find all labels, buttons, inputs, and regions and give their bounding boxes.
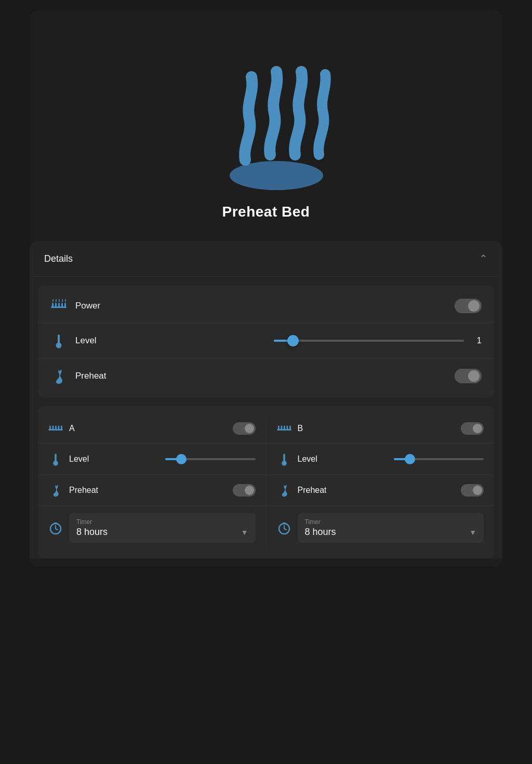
zone-b-slider[interactable] <box>394 458 484 460</box>
main-control-card: Power Level <box>38 285 494 397</box>
svg-rect-2 <box>52 303 54 308</box>
zone-b-timer-row: Timer 8 hours ▼ <box>267 505 495 550</box>
svg-rect-25 <box>286 425 288 430</box>
svg-rect-13 <box>58 425 60 430</box>
zone-a-thermometer-icon <box>48 452 63 466</box>
zone-b-timer-icon <box>277 521 291 535</box>
svg-point-16 <box>53 461 58 466</box>
power-toggle[interactable] <box>455 299 482 313</box>
zone-a-power-icon <box>48 422 63 435</box>
details-header: Details ⌃ <box>30 241 502 277</box>
chevron-up-icon[interactable]: ⌃ <box>479 252 488 265</box>
zone-a-slider[interactable] <box>165 458 255 460</box>
zone-b-dropdown-arrow: ▼ <box>469 528 476 537</box>
app-container: Preheat Bed Details ⌃ <box>30 10 502 567</box>
svg-line-19 <box>56 529 58 530</box>
zone-b-power-icon <box>277 422 291 435</box>
svg-line-31 <box>284 529 286 530</box>
details-section: Details ⌃ <box>30 241 502 558</box>
hero-title: Preheat Bed <box>222 204 310 220</box>
zone-b-power-row: B <box>267 414 495 443</box>
zone-a-toggle[interactable] <box>233 422 256 435</box>
preheat-label: Preheat <box>75 371 446 381</box>
zone-a-column: A Level <box>38 410 266 554</box>
svg-rect-12 <box>55 425 57 430</box>
preheat-bed-icon <box>193 35 339 191</box>
zone-b-preheat-row: Preheat <box>267 475 495 505</box>
svg-rect-11 <box>52 425 54 430</box>
svg-rect-3 <box>55 303 57 308</box>
svg-rect-5 <box>61 303 63 308</box>
svg-rect-15 <box>55 454 57 462</box>
zone-a-preheat-row: Preheat <box>38 475 266 505</box>
details-label: Details <box>44 253 73 264</box>
dual-zone-grid: A Level <box>38 410 494 554</box>
zone-a-preheat-label: Preheat <box>69 486 227 495</box>
hero-section: Preheat Bed <box>30 10 502 239</box>
svg-rect-6 <box>64 303 66 308</box>
zone-a-timer-dropdown[interactable]: Timer 8 hours ▼ <box>69 513 256 543</box>
zone-b-timer-value: 8 hours <box>305 527 336 538</box>
zone-a-timer-icon <box>48 521 63 535</box>
level-slider-track[interactable] <box>274 340 464 342</box>
zone-b-timer-dropdown[interactable]: Timer 8 hours ▼ <box>298 513 484 543</box>
svg-rect-22 <box>278 425 280 430</box>
svg-rect-24 <box>284 425 285 430</box>
zone-b-flame-icon <box>277 484 291 497</box>
zone-b-column: B Level <box>267 410 495 554</box>
zone-b-thermometer-icon <box>277 452 291 466</box>
svg-rect-7 <box>58 334 60 344</box>
svg-rect-10 <box>49 425 51 430</box>
svg-rect-23 <box>281 425 282 430</box>
zone-a-timer-label: Timer <box>76 518 108 526</box>
power-label: Power <box>75 301 446 311</box>
svg-point-8 <box>56 343 62 349</box>
level-row: Level 1 <box>38 323 494 358</box>
level-value: 1 <box>472 336 482 346</box>
svg-point-28 <box>282 461 287 466</box>
level-label: Level <box>75 336 265 346</box>
svg-rect-26 <box>289 425 291 430</box>
zone-a-flame-icon <box>48 484 63 497</box>
dual-zone-card: A Level <box>38 406 494 558</box>
zone-b-toggle[interactable] <box>461 422 484 435</box>
power-row: Power <box>38 289 494 323</box>
zone-a-dropdown-arrow: ▼ <box>241 528 248 537</box>
zone-b-level-label: Level <box>298 454 388 464</box>
zone-b-preheat-toggle[interactable] <box>461 484 484 497</box>
preheat-toggle[interactable] <box>455 369 482 383</box>
thermometer-icon <box>50 332 67 349</box>
flame-icon <box>50 368 67 384</box>
preheat-row: Preheat <box>38 358 494 393</box>
zone-a-timer-row: Timer 8 hours ▼ <box>38 505 266 550</box>
zone-a-power-row: A <box>38 414 266 443</box>
zone-b-label: B <box>298 424 455 433</box>
zone-b-preheat-label: Preheat <box>298 486 455 495</box>
svg-rect-27 <box>283 454 285 462</box>
zone-a-level-label: Level <box>69 454 159 464</box>
svg-rect-14 <box>61 425 62 430</box>
level-slider-container <box>274 340 464 342</box>
power-icon <box>50 299 67 313</box>
zone-a-timer-value: 8 hours <box>76 527 108 538</box>
zone-a-level-row: Level <box>38 443 266 475</box>
zone-a-preheat-toggle[interactable] <box>233 484 256 497</box>
svg-rect-4 <box>58 303 60 308</box>
zone-b-level-row: Level <box>267 443 495 475</box>
zone-a-label: A <box>69 424 227 433</box>
zone-b-timer-label: Timer <box>305 518 336 526</box>
